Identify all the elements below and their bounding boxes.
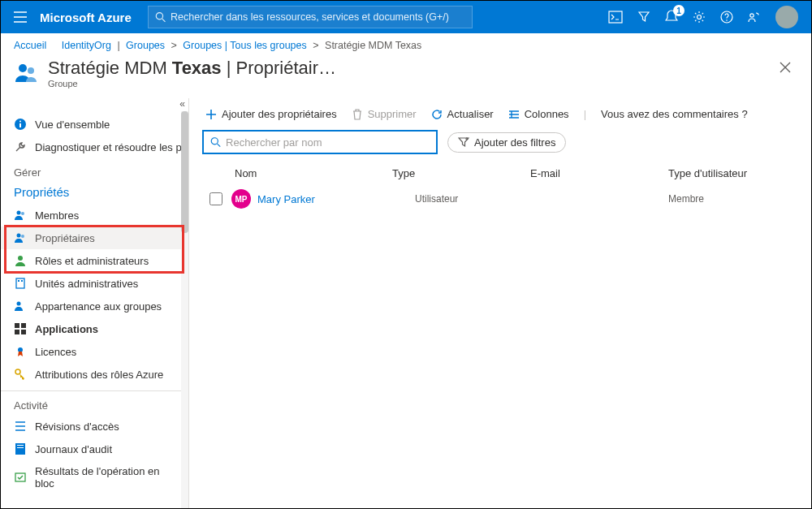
name-search-input[interactable] bbox=[226, 136, 430, 149]
svg-point-12 bbox=[17, 211, 21, 215]
user-name-link[interactable]: Mary Parker bbox=[257, 193, 315, 205]
people-icon bbox=[14, 231, 27, 244]
global-search-input[interactable] bbox=[171, 11, 465, 23]
sidebar-item-roles[interactable]: Rôles et administrateurs bbox=[1, 249, 188, 272]
svg-point-0 bbox=[156, 13, 162, 19]
svg-point-3 bbox=[698, 15, 702, 19]
svg-line-32 bbox=[218, 144, 221, 147]
refresh-icon bbox=[431, 109, 443, 120]
header-email[interactable]: E-mail bbox=[530, 167, 668, 179]
table-header: Nom Type E-mail Type d'utilisateur bbox=[202, 162, 798, 184]
user-avatar[interactable] bbox=[775, 6, 798, 28]
toolbar: Ajouter des propriétaires Supprimer Actu… bbox=[202, 105, 798, 130]
sidebar-item-properties[interactable]: Propriétés bbox=[1, 182, 188, 204]
svg-rect-29 bbox=[17, 447, 24, 448]
building-icon bbox=[14, 277, 27, 290]
trash-icon bbox=[352, 109, 363, 120]
sidebar-item-owners[interactable]: Propriétaires bbox=[1, 226, 188, 249]
svg-rect-24 bbox=[21, 330, 26, 334]
cell-usertype: Membre bbox=[668, 193, 798, 205]
topbar-actions: 1 bbox=[608, 6, 805, 28]
svg-point-14 bbox=[17, 234, 21, 238]
list-icon bbox=[14, 420, 27, 433]
svg-rect-2 bbox=[609, 11, 622, 23]
info-icon bbox=[14, 118, 27, 131]
name-search[interactable] bbox=[202, 130, 438, 154]
feedback-link[interactable]: Vous avez des commentaires ? bbox=[601, 108, 748, 120]
feedback-icon[interactable] bbox=[748, 11, 761, 24]
page-subtitle: Groupe bbox=[48, 79, 336, 88]
global-search[interactable] bbox=[148, 6, 473, 28]
svg-rect-22 bbox=[21, 323, 26, 328]
svg-rect-28 bbox=[17, 445, 24, 446]
sidebar-section-manage: Gérer bbox=[1, 158, 188, 182]
svg-rect-21 bbox=[15, 323, 19, 328]
add-owners-button[interactable]: Ajouter des propriétaires bbox=[205, 108, 337, 120]
page-header: Stratégie MDM Texas | Propriétair… Group… bbox=[1, 54, 811, 98]
breadcrumb: Accueil IdentityOrg | Groupes > Groupes … bbox=[1, 33, 811, 54]
sidebar-item-azure-roles[interactable]: Attributions des rôles Azure bbox=[1, 363, 188, 386]
svg-rect-23 bbox=[15, 330, 19, 334]
svg-point-8 bbox=[28, 67, 34, 74]
admin-icon bbox=[14, 254, 27, 267]
sidebar-item-members[interactable]: Membres bbox=[1, 204, 188, 226]
sidebar-item-applications[interactable]: Applications bbox=[1, 317, 188, 340]
grid-icon bbox=[14, 322, 27, 335]
row-checkbox[interactable] bbox=[209, 192, 222, 205]
breadcrumb-groups-all[interactable]: Groupes | Tous les groupes bbox=[183, 40, 306, 51]
svg-point-20 bbox=[17, 302, 21, 306]
help-icon[interactable] bbox=[720, 11, 733, 24]
sidebar-item-diagnose[interactable]: Diagnostiquer et résoudre les problèmes bbox=[1, 136, 188, 158]
log-icon bbox=[14, 442, 27, 455]
notifications-icon[interactable]: 1 bbox=[665, 10, 678, 24]
sidebar-item-admin-units[interactable]: Unités administratives bbox=[1, 272, 188, 295]
breadcrumb-groups[interactable]: Groupes bbox=[126, 40, 165, 51]
sidebar-item-bulk-results[interactable]: Résultats de l'opération en bloc bbox=[1, 460, 188, 494]
svg-rect-17 bbox=[16, 278, 24, 288]
svg-rect-19 bbox=[21, 280, 23, 282]
sidebar-item-audit-logs[interactable]: Journaux d'audit bbox=[1, 438, 188, 460]
table-row[interactable]: MP Mary Parker Utilisateur Membre bbox=[202, 184, 798, 214]
sidebar-item-access-reviews[interactable]: Révisions d'accès bbox=[1, 415, 188, 438]
columns-button[interactable]: Colonnes bbox=[508, 108, 569, 120]
filter-icon bbox=[458, 136, 469, 148]
sidebar-item-overview[interactable]: Vue d'ensemble bbox=[1, 113, 188, 136]
bulk-icon bbox=[14, 471, 27, 484]
plus-icon bbox=[205, 109, 217, 120]
filter-row: Ajouter des filtres bbox=[202, 130, 798, 154]
svg-rect-10 bbox=[19, 123, 21, 127]
scrollbar-thumb[interactable] bbox=[181, 111, 188, 233]
hamburger-icon[interactable] bbox=[7, 11, 33, 23]
sidebar-item-group-membership[interactable]: Appartenance aux groupes bbox=[1, 295, 188, 317]
svg-point-15 bbox=[21, 235, 24, 238]
header-name[interactable]: Nom bbox=[230, 167, 392, 179]
notification-badge: 1 bbox=[673, 5, 685, 16]
remove-button[interactable]: Supprimer bbox=[352, 108, 417, 120]
cloud-shell-icon[interactable] bbox=[608, 11, 623, 24]
svg-point-5 bbox=[726, 19, 728, 21]
directory-filter-icon[interactable] bbox=[637, 11, 650, 24]
license-icon bbox=[14, 345, 27, 358]
svg-point-31 bbox=[211, 138, 218, 145]
add-filters-button[interactable]: Ajouter des filtres bbox=[447, 132, 566, 153]
svg-rect-18 bbox=[18, 280, 19, 282]
brand-label[interactable]: Microsoft Azure bbox=[40, 11, 132, 24]
collapse-sidebar-icon[interactable]: « bbox=[179, 98, 185, 110]
columns-icon bbox=[508, 109, 520, 120]
breadcrumb-org[interactable]: IdentityOrg bbox=[62, 40, 111, 51]
search-icon bbox=[155, 11, 166, 23]
people-icon bbox=[14, 300, 27, 313]
refresh-button[interactable]: Actualiser bbox=[431, 108, 494, 120]
settings-icon[interactable] bbox=[693, 11, 706, 24]
sidebar-item-licenses[interactable]: Licences bbox=[1, 340, 188, 363]
close-icon[interactable] bbox=[779, 61, 792, 74]
svg-point-11 bbox=[19, 121, 21, 123]
header-type[interactable]: Type bbox=[392, 167, 530, 179]
breadcrumb-home[interactable]: Accueil bbox=[14, 40, 46, 51]
header-usertype[interactable]: Type d'utilisateur bbox=[668, 167, 798, 179]
breadcrumb-current: Stratégie MDM Texas bbox=[325, 40, 421, 51]
group-icon bbox=[14, 59, 40, 85]
sidebar-section-activity: Activité bbox=[1, 390, 188, 415]
people-icon bbox=[14, 209, 27, 222]
page-title: Stratégie MDM Texas | Propriétair… bbox=[48, 58, 336, 79]
